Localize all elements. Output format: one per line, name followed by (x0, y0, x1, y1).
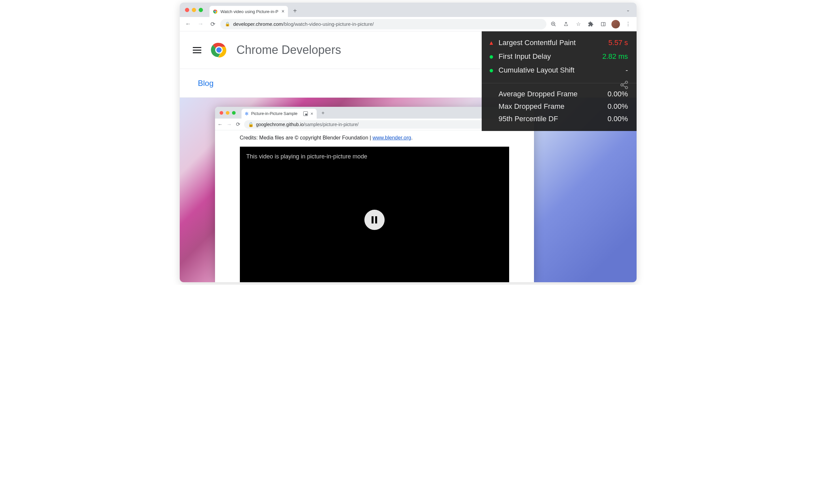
zoom-icon[interactable] (548, 19, 559, 29)
window-controls (185, 8, 203, 12)
dropped-frame-value: 0.00% (608, 115, 628, 123)
metric-value: 2.82 ms (602, 52, 628, 61)
inner-window-controls (220, 111, 236, 115)
chrome-logo-icon (210, 41, 227, 58)
metric-row: ▲Largest Contentful Paint5.57 s (489, 36, 628, 50)
dropped-frame-row: Average Dropped Frame0.00% (489, 88, 628, 100)
dropped-frame-row: Max Dropped Frame0.00% (489, 100, 628, 113)
inner-maximize-window-button[interactable] (232, 111, 236, 115)
maximize-window-button[interactable] (199, 8, 203, 12)
video-placeholder: This video is playing in picture-in-pict… (240, 147, 509, 282)
metric-row: ●Cumulative Layout Shift- (489, 63, 628, 77)
close-window-button[interactable] (185, 8, 189, 12)
status-dot-icon: ● (489, 68, 494, 73)
pause-button[interactable] (364, 210, 384, 230)
overlay-share-icon[interactable] (620, 80, 629, 89)
minimize-window-button[interactable] (192, 8, 196, 12)
close-tab-button[interactable]: × (281, 8, 284, 14)
dropped-frames-section: Average Dropped Frame0.00%Max Dropped Fr… (482, 83, 637, 131)
metric-label: Largest Contentful Paint (499, 39, 604, 47)
inner-back-button[interactable]: ← (218, 122, 223, 127)
svg-point-12 (625, 81, 628, 83)
pip-indicator-icon (303, 111, 308, 116)
inner-new-tab-button[interactable]: + (318, 108, 328, 118)
browser-tab[interactable]: Watch video using Picture-in-P × (209, 6, 288, 17)
address-bar[interactable]: 🔒 developer.chrome.com/blog/watch-video-… (220, 19, 547, 29)
lock-icon: 🔒 (225, 22, 230, 26)
metric-row: ●First Input Delay2.82 ms (489, 50, 628, 63)
hamburger-menu-button[interactable] (193, 47, 201, 53)
inner-browser-window: ✻ Picture-in-Picture Sample × + ← → ⟳ 🔒 … (215, 107, 534, 282)
tab-bar: Watch video using Picture-in-P × + ⌄ (180, 3, 637, 17)
url-text: developer.chrome.com/blog/watch-video-us… (233, 21, 542, 27)
inner-close-tab-button[interactable]: × (310, 111, 313, 116)
inner-page-content: Credits: Media files are © copyright Ble… (215, 130, 534, 282)
svg-line-16 (623, 86, 625, 87)
video-pip-message: This video is playing in picture-in-pict… (246, 153, 503, 160)
dropped-frame-label: 95th Percentile DF (499, 115, 558, 123)
inner-lock-icon: 🔒 (248, 122, 253, 127)
share-icon[interactable] (561, 19, 571, 29)
inner-forward-button[interactable]: → (227, 122, 232, 127)
status-dot-icon: ● (489, 54, 494, 59)
profile-avatar[interactable] (611, 19, 621, 29)
metric-label: First Input Delay (499, 52, 598, 61)
core-web-vitals-section: ▲Largest Contentful Paint5.57 s●First In… (482, 31, 637, 83)
svg-line-4 (554, 25, 556, 26)
svg-rect-7 (601, 22, 605, 26)
extensions-icon[interactable] (586, 19, 596, 29)
site-title: Chrome Developers (237, 43, 341, 57)
forward-button[interactable]: → (195, 19, 206, 29)
dropped-frame-label: Max Dropped Frame (499, 102, 565, 111)
sidepanel-icon[interactable] (598, 19, 609, 29)
inner-reload-button[interactable]: ⟳ (236, 121, 240, 127)
svg-line-15 (623, 83, 625, 85)
dropped-frame-label: Average Dropped Frame (499, 90, 578, 98)
back-button[interactable]: ← (183, 19, 193, 29)
inner-url-text: googlechrome.github.io/samples/picture-i… (256, 122, 359, 127)
inner-close-window-button[interactable] (220, 111, 223, 115)
gear-favicon-icon: ✻ (245, 111, 249, 116)
breadcrumb-blog-link[interactable]: Blog (198, 79, 214, 88)
new-tab-button[interactable]: + (290, 6, 300, 15)
page-content: Chrome Developers Blog ✻ Picture-in-Pict… (180, 31, 637, 282)
dropped-frame-row: 95th Percentile DF0.00% (489, 113, 628, 125)
bookmark-icon[interactable]: ☆ (573, 19, 584, 29)
metric-value: - (626, 66, 628, 74)
tabs-menu-button[interactable]: ⌄ (626, 7, 630, 12)
dropped-frame-value: 0.00% (608, 90, 628, 98)
inner-minimize-window-button[interactable] (226, 111, 229, 115)
performance-overlay: ▲Largest Contentful Paint5.57 s●First In… (482, 31, 637, 131)
inner-browser-tab[interactable]: ✻ Picture-in-Picture Sample × (241, 109, 317, 119)
browser-toolbar: ← → ⟳ 🔒 developer.chrome.com/blog/watch-… (180, 17, 637, 31)
reload-button[interactable]: ⟳ (208, 19, 218, 29)
svg-point-13 (621, 84, 623, 86)
dropped-frame-value: 0.00% (608, 102, 628, 111)
inner-tab-title: Picture-in-Picture Sample (251, 111, 301, 116)
credits-text: Credits: Media files are © copyright Ble… (240, 135, 509, 141)
tab-title: Watch video using Picture-in-P (220, 9, 279, 14)
browser-window: Watch video using Picture-in-P × + ⌄ ← →… (180, 3, 637, 282)
chrome-favicon-icon (213, 9, 218, 14)
menu-button[interactable]: ⋮ (623, 19, 633, 29)
warning-triangle-icon: ▲ (489, 40, 494, 46)
blender-link[interactable]: www.blender.org (372, 135, 411, 140)
svg-point-14 (625, 87, 628, 89)
metric-label: Cumulative Layout Shift (499, 66, 621, 74)
metric-value: 5.57 s (609, 39, 628, 47)
